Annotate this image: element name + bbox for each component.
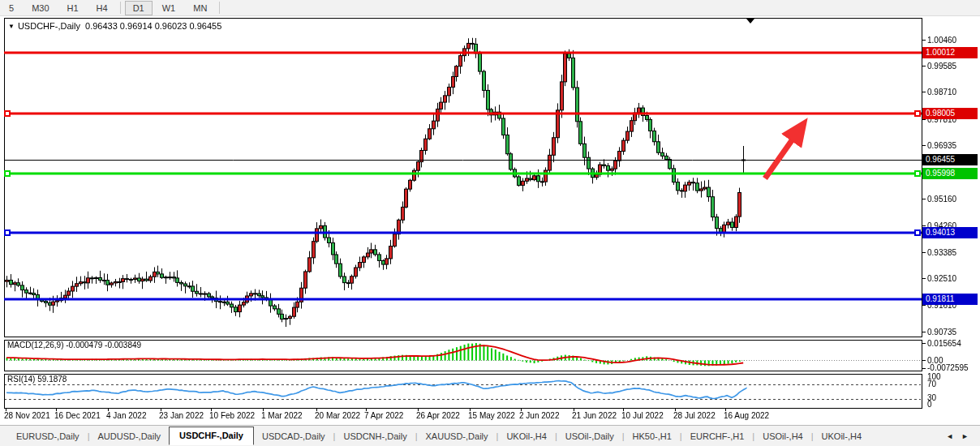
price-tick-label: 0.95160 [927, 194, 956, 203]
chart-tab-eurchf[interactable]: EURCHF-,H1 [682, 429, 753, 444]
rsi-tick-label: 70 [927, 379, 936, 388]
timeframe-buttons: 5M30H1H4D1W1MN [0, 1, 223, 15]
rsi-indicator-label: RSI(14) 59.1878 [7, 375, 67, 384]
price-tick-label: 0.93385 [927, 247, 956, 256]
rsi-tick-label: 0 [927, 399, 932, 408]
chart-ohlc-values: 0.96433 0.96914 0.96023 0.96455 [85, 21, 221, 31]
macd-tick-label: -0.0072595 [927, 363, 969, 372]
price-line-badge: 1.00012 [922, 47, 978, 58]
date-axis-label: 10 Jul 2022 [621, 411, 664, 420]
chart-tab-ukoil[interactable]: UKOil-,H4 [814, 429, 870, 444]
price-line-badge: 0.94013 [922, 227, 978, 238]
price-tick-label: 0.96935 [927, 141, 956, 150]
timeframe-button-d1[interactable]: D1 [125, 1, 153, 15]
chart-tab-usdchf[interactable]: USDCHF-,Daily [169, 427, 254, 445]
tab-scroll-controls: ◄ ► [946, 432, 980, 440]
price-line-badge: 0.98005 [922, 108, 978, 119]
date-axis-label: 16 Aug 2022 [724, 411, 769, 420]
timeframe-button-5[interactable]: 5 [1, 1, 22, 15]
chart-tab-hk50[interactable]: HK50-,H1 [625, 429, 680, 444]
price-tick-label: 0.98710 [927, 88, 956, 96]
macd-indicator-label: MACD(12,26,9) -0.000479 -0.003849 [7, 341, 141, 350]
price-line-badge: 0.95998 [922, 168, 978, 179]
date-axis-label: 2 Jun 2022 [519, 411, 560, 420]
current-price-badge: 0.96455 [922, 154, 978, 165]
date-axis-label: 15 May 2022 [468, 411, 515, 420]
chart-tab-xauusd[interactable]: XAUUSD-,Daily [418, 429, 496, 444]
chart-tab-usdcad[interactable]: USDCAD-,Daily [254, 429, 333, 444]
toolbar-separator [219, 2, 220, 14]
chart-tabs: EURUSD-,Daily|AUDUSD-,DailyUSDCHF-,Daily… [8, 427, 870, 445]
mt4-terminal: 5M30H1H4D1W1MN ▼USDCHF-,Daily 0.96433 0.… [0, 0, 980, 446]
chart-tab-bar: EURUSD-,Daily|AUDUSD-,DailyUSDCHF-,Daily… [0, 425, 980, 446]
chart-tab-usoil[interactable]: USOil-,H4 [754, 429, 811, 444]
chart-tab-usoil[interactable]: USOil-,Daily [557, 429, 622, 444]
timeframe-button-mn[interactable]: MN [185, 1, 215, 15]
chart-title: ▼USDCHF-,Daily 0.96433 0.96914 0.96023 0… [8, 21, 221, 31]
date-axis-label: 1 Mar 2022 [261, 411, 303, 420]
date-axis-label: 16 Dec 2021 [54, 411, 101, 420]
price-tick-label: 1.00460 [927, 35, 956, 44]
tab-scroll-right-button[interactable]: ► [961, 432, 969, 440]
date-axis-label: 28 Nov 2021 [4, 411, 50, 420]
tab-scroll-left-button[interactable]: ◄ [946, 432, 953, 440]
price-line-badge: 0.91811 [922, 294, 978, 305]
date-axis-label: 23 Jan 2022 [159, 411, 204, 420]
chart-tab-eurusd[interactable]: EURUSD-,Daily [8, 429, 88, 444]
timeframe-button-h1[interactable]: H1 [59, 1, 87, 15]
timeframe-button-m30[interactable]: M30 [24, 1, 57, 15]
price-tick-label: 0.99585 [927, 62, 956, 71]
chart-tab-ukoil[interactable]: UKOil-,H4 [498, 429, 555, 444]
timeframe-button-h4[interactable]: H4 [88, 1, 116, 15]
chart-tab-audusd[interactable]: AUDUSD-,Daily [89, 429, 169, 444]
chart-tab-usdcnh[interactable]: USDCNH-,Daily [335, 429, 415, 444]
price-tick-label: 0.92510 [927, 274, 956, 283]
date-axis-label: 20 Mar 2022 [315, 411, 360, 420]
date-axis-label: 7 Apr 2022 [364, 411, 403, 420]
macd-tick-label: 0.015654 [927, 338, 961, 347]
date-axis-label: 21 Jun 2022 [572, 411, 617, 420]
date-axis-label: 4 Jan 2022 [106, 411, 147, 420]
toolbar-separator [120, 2, 121, 14]
price-tick-label: 0.90735 [927, 327, 956, 336]
down-triangle-marker-icon [746, 19, 754, 24]
timeframe-button-w1[interactable]: W1 [154, 1, 184, 15]
date-axis-label: 28 Jul 2022 [673, 411, 716, 420]
price-chart-canvas[interactable] [0, 0, 980, 446]
timeframe-toolbar: 5M30H1H4D1W1MN [0, 0, 980, 16]
chart-symbol-label: USDCHF-,Daily [18, 21, 80, 31]
chevron-down-icon[interactable]: ▼ [8, 23, 15, 30]
date-axis-label: 26 Apr 2022 [416, 411, 460, 420]
date-axis-label: 10 Feb 2022 [209, 411, 255, 420]
